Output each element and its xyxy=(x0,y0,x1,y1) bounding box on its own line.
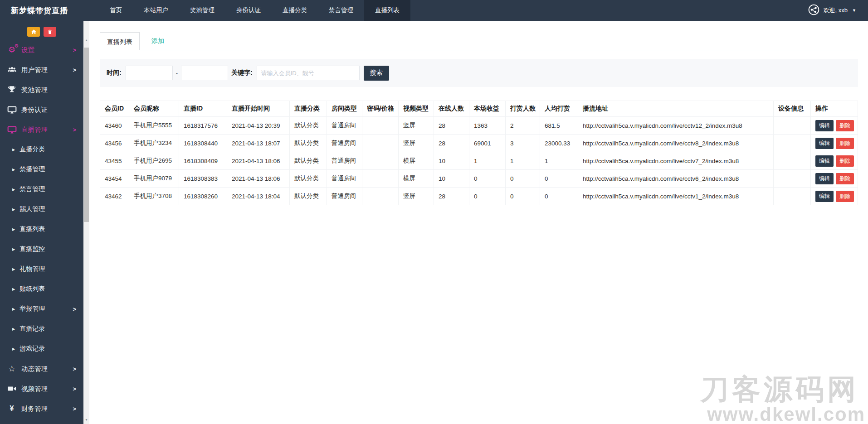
scrollbar-thumb[interactable] xyxy=(84,48,89,222)
sidebar-subitem[interactable]: ▶举报管理> xyxy=(0,299,83,319)
sidebar-subitem[interactable]: ▶踢人管理 xyxy=(0,199,83,219)
sidebar-subitem[interactable]: ▶禁播管理 xyxy=(0,159,83,179)
edit-button[interactable]: 编辑 xyxy=(815,191,834,202)
sidebar-item[interactable]: ¥财务管理> xyxy=(0,399,83,419)
video-icon xyxy=(6,384,18,393)
time-start-input[interactable] xyxy=(126,66,173,80)
actions-cell: 编辑删除 xyxy=(811,188,858,205)
edit-button[interactable]: 编辑 xyxy=(815,173,834,184)
table-cell: 2021-04-13 18:07 xyxy=(227,135,290,152)
delete-button[interactable]: 删除 xyxy=(836,191,854,202)
users-icon xyxy=(6,65,18,75)
app-title: 新梦蝶带货直播 xyxy=(0,0,81,21)
nav-item[interactable]: 首页 xyxy=(99,0,133,21)
user-menu[interactable]: 欢迎, xxb ▼ xyxy=(808,0,868,21)
edit-button[interactable]: 编辑 xyxy=(815,155,834,167)
column-header: 在线人数 xyxy=(434,101,469,117)
delete-button[interactable]: 删除 xyxy=(836,173,854,184)
table-cell: 2 xyxy=(506,117,540,135)
table-cell: 2021-04-13 18:04 xyxy=(227,188,290,205)
delete-button[interactable]: 删除 xyxy=(836,138,854,149)
table-cell: http://cctvalih5ca.v.myalicdn.com/live/c… xyxy=(578,152,774,170)
live-list-table: 会员ID会员昵称直播ID直播开始时间直播分类房间类型密码/价格视频类型在线人数本… xyxy=(100,101,858,205)
sidebar-item-label: 直播列表 xyxy=(20,225,45,233)
chevron-right-icon: > xyxy=(73,306,76,313)
sidebar-subitem[interactable]: ▶直播分类 xyxy=(0,140,83,159)
column-header: 会员ID xyxy=(100,101,129,117)
sidebar-item[interactable]: ⚙⚙设置> xyxy=(0,40,83,60)
scroll-down-icon[interactable]: ▼ xyxy=(83,418,89,422)
range-separator: - xyxy=(176,70,178,77)
table-cell: 0 xyxy=(469,188,506,205)
table-row: 43454手机用户907916183083832021-04-13 18:06默… xyxy=(100,170,858,188)
actions-cell: 编辑删除 xyxy=(811,152,858,170)
scroll-up-icon[interactable]: ▲ xyxy=(83,38,89,43)
sidebar-scrollbar[interactable]: ▲ ▼ xyxy=(83,21,89,424)
tab-add[interactable]: 添加 xyxy=(140,32,176,50)
table-cell: 0 xyxy=(506,188,540,205)
table-cell xyxy=(362,135,399,152)
nav-item[interactable]: 直播分类 xyxy=(272,0,318,21)
sidebar-subitem[interactable]: ▶直播记录 xyxy=(0,319,83,339)
table-cell xyxy=(774,117,811,135)
chevron-right-icon: > xyxy=(73,47,76,53)
table-cell: 默认分类 xyxy=(290,170,327,188)
table-cell: 28 xyxy=(434,135,469,152)
table-cell: 默认分类 xyxy=(290,152,327,170)
delete-button[interactable]: 删除 xyxy=(836,155,854,167)
nav-item[interactable]: 奖池管理 xyxy=(179,0,225,21)
sidebar-subitem[interactable]: ▶贴纸列表 xyxy=(0,279,83,299)
edit-button[interactable]: 编辑 xyxy=(815,120,834,131)
sidebar-item[interactable]: 奖池管理 xyxy=(0,80,83,100)
tab-live-list[interactable]: 直播列表 xyxy=(100,32,140,50)
sidebar-subitem[interactable]: ▶禁言管理 xyxy=(0,179,83,199)
sidebar-item-label: 身份认证 xyxy=(21,106,48,114)
live-list-table-wrap: 会员ID会员昵称直播ID直播开始时间直播分类房间类型密码/价格视频类型在线人数本… xyxy=(100,101,858,205)
sidebar-subitem[interactable]: ▶直播列表 xyxy=(0,219,83,239)
sidebar-item-label: 视频管理 xyxy=(21,385,48,393)
sidebar-subitem[interactable]: ▶礼物管理 xyxy=(0,259,83,279)
table-cell: 3 xyxy=(506,135,540,152)
table-cell: 普通房间 xyxy=(327,135,362,152)
table-cell: 1 xyxy=(469,152,506,170)
sidebar-item[interactable]: ☆动态管理> xyxy=(0,359,83,379)
sidebar-item[interactable]: 用户管理> xyxy=(0,60,83,80)
monitor-icon xyxy=(6,105,18,115)
sidebar-item-label: 奖池管理 xyxy=(21,86,48,94)
column-header: 直播开始时间 xyxy=(227,101,290,117)
table-cell: 28 xyxy=(434,117,469,135)
delete-button[interactable]: 删除 xyxy=(836,120,854,131)
nav-item[interactable]: 本站用户 xyxy=(133,0,179,21)
column-header: 密码/价格 xyxy=(362,101,399,117)
sidebar-subitem[interactable]: ▶游戏记录 xyxy=(0,339,83,359)
table-cell: 竖屏 xyxy=(399,188,434,205)
table-cell: 默认分类 xyxy=(290,135,327,152)
sidebar-item[interactable]: 直播管理> xyxy=(0,120,83,140)
sidebar-item-label: 直播管理 xyxy=(21,125,48,134)
sidebar-item-label: 禁播管理 xyxy=(20,165,45,173)
user-welcome-text: 欢迎, xxb xyxy=(824,6,848,14)
time-end-input[interactable] xyxy=(181,66,228,80)
admin-app: 新梦蝶带货直播 首页本站用户奖池管理身份认证直播分类禁言管理直播列表 欢迎, x… xyxy=(0,0,868,424)
keyword-input[interactable] xyxy=(257,66,360,80)
trash-button[interactable] xyxy=(44,27,56,37)
table-cell xyxy=(774,188,811,205)
home-button[interactable] xyxy=(27,27,40,37)
edit-button[interactable]: 编辑 xyxy=(815,138,834,149)
column-header: 打赏人数 xyxy=(506,101,540,117)
sidebar-item[interactable]: 身份认证 xyxy=(0,100,83,120)
nav-item[interactable]: 直播列表 xyxy=(364,0,410,21)
nav-item[interactable]: 身份认证 xyxy=(225,0,272,21)
nav-item[interactable]: 禁言管理 xyxy=(318,0,364,21)
sidebar-item[interactable]: 视频管理> xyxy=(0,379,83,399)
search-button[interactable]: 搜索 xyxy=(364,66,389,81)
table-cell xyxy=(774,135,811,152)
sidebar-subitem[interactable]: ▶直播监控 xyxy=(0,239,83,259)
table-cell: 10 xyxy=(434,170,469,188)
sidebar-actions xyxy=(0,21,83,40)
chevron-right-icon: > xyxy=(73,67,76,73)
caret-down-icon: ▼ xyxy=(852,8,856,13)
sidebar-item-label: 直播记录 xyxy=(20,325,45,333)
table-cell: 1618317576 xyxy=(179,117,227,135)
table-cell: http://cctvalih5ca.v.myalicdn.com/live/c… xyxy=(578,188,774,205)
